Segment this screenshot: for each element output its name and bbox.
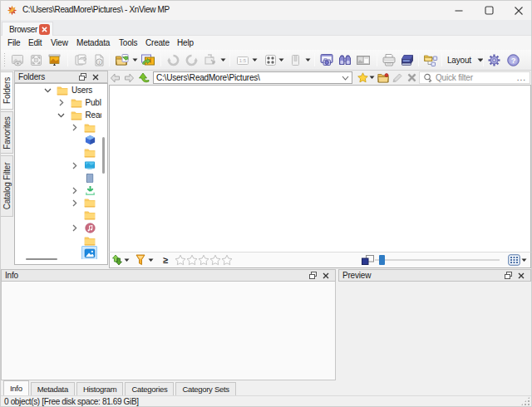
minimize-button[interactable] [445, 1, 473, 20]
batch-convert-button[interactable] [139, 51, 156, 69]
grid-view-dropdown[interactable] [520, 253, 528, 267]
thumbnail-size-slider[interactable] [375, 254, 500, 266]
tree-row-readmore[interactable]: ReadMore [15, 109, 101, 121]
open-button[interactable] [113, 51, 131, 69]
crop-button[interactable] [201, 51, 219, 69]
tree-row-downloads[interactable] [15, 184, 101, 197]
tree-row-public[interactable]: Public [15, 96, 101, 109]
menu-file[interactable]: File [7, 36, 20, 50]
zoom-ratio-button[interactable]: 1:5 [234, 51, 251, 69]
sort-dropdown[interactable] [303, 51, 312, 69]
help-button[interactable]: ? [505, 51, 522, 69]
menu-tools[interactable]: Tools [119, 36, 137, 50]
menu-edit[interactable]: Edit [28, 36, 42, 50]
expander-closed-icon[interactable] [71, 124, 79, 132]
tab-browser[interactable]: Browser [2, 22, 53, 36]
thumbnail-size-button[interactable] [360, 253, 375, 267]
view-button[interactable] [9, 51, 27, 69]
float-panel-icon[interactable] [503, 271, 513, 281]
rating-star-4[interactable] [209, 254, 221, 266]
resize-grip[interactable] [521, 397, 530, 405]
grid-view-button[interactable] [507, 253, 520, 267]
close-panel-icon[interactable] [91, 72, 101, 82]
zoom-ratio-dropdown[interactable] [250, 51, 259, 69]
rating-star-5[interactable] [221, 254, 233, 266]
slideshow-button[interactable] [46, 51, 63, 69]
edit-path-button[interactable] [391, 71, 402, 84]
quick-filter-more-button[interactable]: ... [517, 73, 526, 82]
expander-closed-icon[interactable] [71, 224, 79, 233]
path-combobox[interactable]: C:\Users\ReadMore\Pictures\ [153, 71, 352, 84]
maximize-button[interactable] [475, 1, 503, 20]
copy-move-button[interactable] [72, 51, 90, 69]
settings-button[interactable] [485, 51, 503, 69]
tree-row-documents[interactable] [15, 172, 101, 184]
side-tab-folders[interactable]: Folders [1, 71, 13, 110]
back-button[interactable] [109, 71, 121, 84]
menu-metadata[interactable]: Metadata [76, 36, 110, 50]
filter-button[interactable] [134, 253, 147, 267]
clear-filter-button[interactable] [406, 71, 417, 84]
sort-button[interactable] [287, 51, 304, 69]
browser-file-area[interactable] [109, 85, 531, 252]
rating-star-1[interactable] [175, 254, 186, 266]
file-info-button[interactable]: i [91, 51, 108, 69]
float-panel-icon[interactable] [308, 271, 318, 281]
tab-close-button[interactable] [39, 24, 50, 35]
crop-dropdown[interactable] [219, 51, 227, 69]
favorites-dropdown[interactable] [368, 71, 376, 84]
close-button[interactable] [505, 1, 532, 20]
rating-operator[interactable]: ≥ [163, 255, 168, 265]
capture-button[interactable] [318, 51, 335, 69]
tab-categories[interactable]: Categories [125, 382, 174, 395]
view-mode-dropdown[interactable] [277, 51, 285, 69]
tree-vscroll-thumb[interactable] [102, 137, 105, 174]
close-panel-icon[interactable] [516, 271, 526, 281]
rating-star-2[interactable] [186, 254, 198, 266]
rating-star-3[interactable] [198, 254, 209, 266]
sort-order-button[interactable] [110, 253, 123, 267]
tab-info[interactable]: Info [3, 380, 29, 395]
tree-vertical-scrollbar[interactable] [101, 84, 106, 254]
toolbar-drag-handle[interactable] [3, 53, 7, 67]
tree-row-folder[interactable] [15, 121, 101, 134]
parent-folder-button[interactable] [137, 71, 150, 84]
sort-order-dropdown[interactable] [123, 253, 131, 267]
forward-button[interactable] [123, 71, 135, 84]
favorite-folder-button[interactable] [377, 71, 389, 84]
tree-row-users[interactable]: Users [15, 84, 101, 96]
expander-closed-icon[interactable] [71, 186, 79, 194]
open-dropdown[interactable] [131, 51, 139, 69]
tree-row-desktop[interactable] [15, 159, 101, 172]
expander-closed-icon[interactable] [71, 199, 79, 207]
close-panel-icon[interactable] [321, 271, 331, 281]
fullscreen-button[interactable] [27, 51, 45, 69]
expander-open-icon[interactable] [57, 111, 66, 120]
tree-hscroll-thumb[interactable] [26, 258, 57, 260]
menu-view[interactable]: View [51, 36, 68, 50]
filter-dropdown[interactable] [147, 253, 155, 267]
tree-row-folder[interactable] [15, 209, 101, 222]
tree-row-cube-3d[interactable] [15, 134, 101, 146]
print-button[interactable] [380, 51, 397, 69]
side-tab-favorites[interactable]: Favorites [1, 111, 13, 154]
expander-closed-icon[interactable] [71, 161, 79, 169]
layout-button[interactable]: Layout [447, 51, 484, 69]
scan-button[interactable] [398, 51, 416, 69]
rotate-left-button[interactable] [165, 51, 182, 69]
tab-category-sets[interactable]: Category Sets [175, 382, 235, 395]
slider-track[interactable] [375, 259, 500, 261]
folder-tree-button[interactable] [421, 51, 439, 69]
float-panel-icon[interactable] [77, 72, 87, 82]
tree-row-folder[interactable] [15, 197, 101, 209]
quick-filter-input[interactable]: Quick filter ... [419, 71, 530, 84]
compare-button[interactable] [354, 51, 372, 69]
expander-open-icon[interactable] [43, 86, 52, 95]
menu-help[interactable]: Help [177, 36, 194, 50]
expander-closed-icon[interactable] [57, 99, 66, 107]
tree-row-folder[interactable] [15, 146, 101, 159]
slider-thumb[interactable] [379, 255, 385, 265]
tree-row-folder[interactable] [15, 234, 101, 247]
tree-row-music[interactable] [15, 222, 101, 234]
search-button[interactable] [336, 51, 353, 69]
